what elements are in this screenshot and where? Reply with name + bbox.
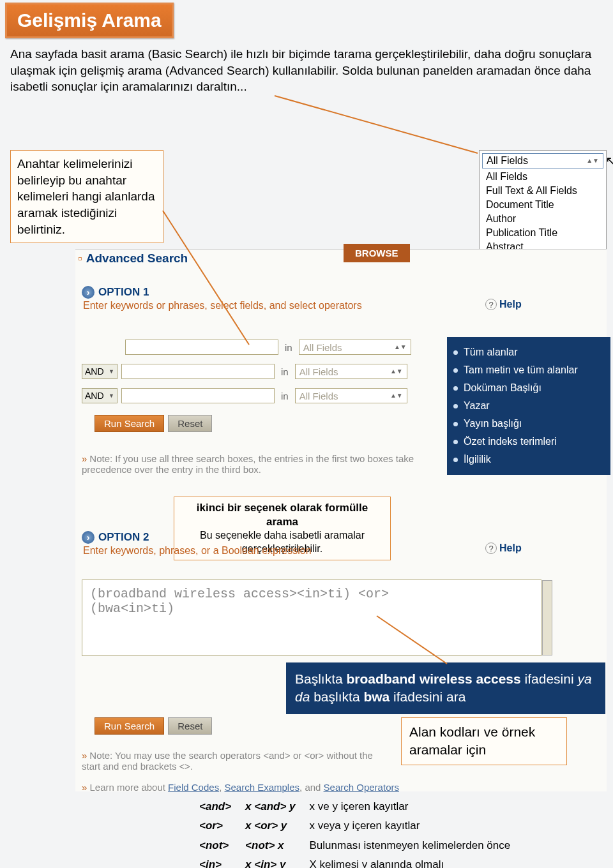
search-row-1: in All Fields▲▼ xyxy=(82,340,411,355)
spinner-icon: ▲▼ xyxy=(394,345,407,350)
option1-header: › OPTION 1 xyxy=(82,286,149,299)
option1-bullet-icon: › xyxy=(82,286,95,299)
spinner-icon: ▲▼ xyxy=(390,393,403,398)
callout-keywords: Anahtar kelimelerinizi belirleyip bu ana… xyxy=(10,150,163,243)
note-option2: »Note: You may use the search operators … xyxy=(82,750,375,772)
run-search-button[interactable]: Run Search xyxy=(95,415,164,432)
op-cell: <and> xyxy=(193,798,238,816)
cursor-icon: ↖ xyxy=(605,153,613,168)
dropdown-option[interactable]: All Fields xyxy=(480,170,606,184)
field-select-label: All Fields xyxy=(303,342,342,353)
advanced-search-label: Advanced Search xyxy=(86,251,188,265)
option1-label: OPTION 1 xyxy=(98,286,149,299)
callout-option2-title: ikinci bir seçenek olarak formülle arama xyxy=(197,502,368,528)
note-text: Note: If you use all three search boxes,… xyxy=(82,453,414,475)
chevron-down-icon: ▼ xyxy=(109,393,114,399)
button-row-1: Run Search Reset xyxy=(95,415,212,432)
in-label: in xyxy=(281,366,289,377)
page-title: Gelişmiş Arama xyxy=(5,3,174,38)
reset-button[interactable]: Reset xyxy=(168,717,212,735)
legend-item: İlgililik xyxy=(447,451,610,468)
dropdown-selected-label: All Fields xyxy=(487,155,528,167)
explain-b1: broadband wireless access xyxy=(347,671,521,686)
table-row: <and>x <and> yx ve y içeren kayıtlar xyxy=(193,798,517,816)
spinner-icon: ▲▼ xyxy=(390,369,403,374)
dropdown-selected[interactable]: All Fields ▲▼ xyxy=(482,153,603,168)
field-select-1[interactable]: All Fields▲▼ xyxy=(299,340,411,355)
dropdown-option[interactable]: Author xyxy=(480,212,606,226)
desc-cell: Bulunması istenmeyen kelimelerden önce xyxy=(303,837,517,855)
help-label: Help xyxy=(499,299,522,310)
advanced-search-heading: ▫Advanced Search xyxy=(75,249,190,268)
field-select-label: All Fields xyxy=(299,366,338,377)
legend-item: Tüm alanlar xyxy=(447,343,610,361)
ex-cell: x <in> y xyxy=(239,856,301,868)
keyword-input-3[interactable] xyxy=(121,388,275,403)
svg-line-0 xyxy=(275,96,478,153)
in-label: in xyxy=(285,342,292,353)
link-field-codes[interactable]: Field Codes xyxy=(168,782,219,793)
help-icon: ? xyxy=(485,542,497,554)
desc-cell: x veya y içeren kayıtlar xyxy=(303,817,517,835)
help-icon: ? xyxy=(485,299,497,310)
learn-more: » Learn more about Field Codes, Search E… xyxy=(82,782,399,793)
note-text: Note: You may use the search operators <… xyxy=(82,750,373,772)
legend-item: Doküman Başlığı xyxy=(447,379,610,397)
operator-select-2[interactable]: AND▼ xyxy=(82,388,117,403)
intro-text: Ana sayfada basit arama (Basic Search) i… xyxy=(10,46,598,95)
explain-panel: Başlıkta broadband wireless access ifade… xyxy=(286,662,605,714)
dropdown-option[interactable]: Document Title xyxy=(480,198,606,212)
run-search-button[interactable]: Run Search xyxy=(95,717,164,735)
operator-select-1[interactable]: AND▼ xyxy=(82,364,117,379)
tab-browse[interactable]: BROWSE xyxy=(344,244,410,262)
note-option1: »Note: If you use all three search boxes… xyxy=(82,453,439,475)
dropdown-option[interactable]: Full Text & All Fields xyxy=(480,184,606,198)
help-link[interactable]: ?Help xyxy=(485,542,522,554)
explain-post: ifadesini ara xyxy=(390,689,465,704)
ex-cell: x <or> y xyxy=(239,817,301,835)
option2-label: OPTION 2 xyxy=(98,531,149,544)
op-cell: <in> xyxy=(193,856,238,868)
operator-table: <and>x <and> yx ve y içeren kayıtlar <or… xyxy=(192,797,518,868)
scrollbar[interactable] xyxy=(542,580,552,655)
keyword-input-2[interactable] xyxy=(121,364,275,379)
table-row: <not><not> xBulunması istenmeyen kelimel… xyxy=(193,837,517,855)
field-select-3[interactable]: All Fields▲▼ xyxy=(295,388,407,403)
option1-subtitle: Enter keywords or phrases, select fields… xyxy=(83,300,362,311)
legend-item: Yazar xyxy=(447,397,610,415)
ex-cell: <not> x xyxy=(239,837,301,855)
field-legend-panel: Tüm alanlar Tam metin ve tüm alanlar Dok… xyxy=(447,337,610,475)
option2-bullet-icon: › xyxy=(82,531,95,544)
ex-cell: x <and> y xyxy=(239,798,301,816)
option2-subtitle: Enter keywords, phrases, or a Boolean ex… xyxy=(83,545,312,557)
operator-label: AND xyxy=(85,391,104,401)
operator-label: AND xyxy=(85,366,104,377)
link-search-examples[interactable]: Search Examples xyxy=(224,782,299,793)
keyword-input-1[interactable] xyxy=(125,340,278,355)
search-row-3: AND▼ in All Fields▲▼ xyxy=(82,388,407,403)
spinner-icon: ▲▼ xyxy=(586,158,599,163)
boolean-expr-text: (broadband wireless access><in>ti) <or> … xyxy=(90,587,389,616)
op-cell: <or> xyxy=(193,817,238,835)
legend-item: Tam metin ve tüm alanlar xyxy=(447,361,610,379)
callout-field-codes: Alan kodları ve örnek aramalar için xyxy=(401,717,567,765)
explain-mid: ifadesini xyxy=(521,671,578,686)
in-label: in xyxy=(281,391,289,401)
search-row-2: AND▼ in All Fields▲▼ xyxy=(82,364,407,379)
help-link[interactable]: ?Help xyxy=(485,299,522,310)
explain-mid2: başlıkta xyxy=(310,689,363,704)
legend-item: Özet indeks terimleri xyxy=(447,433,610,451)
reset-button[interactable]: Reset xyxy=(168,415,212,432)
dropdown-option[interactable]: Publication Title xyxy=(480,226,606,240)
explain-b2: bwa xyxy=(363,689,390,704)
op-cell: <not> xyxy=(193,837,238,855)
boolean-textarea[interactable]: (broadband wireless access><in>ti) <or> … xyxy=(82,580,541,656)
link-search-operators[interactable]: Search Operators xyxy=(324,782,399,793)
table-row: <or>x <or> yx veya y içeren kayıtlar xyxy=(193,817,517,835)
field-select-2[interactable]: All Fields▲▼ xyxy=(295,364,407,379)
option2-header: › OPTION 2 xyxy=(82,531,149,544)
learn-more-pre: Learn more about xyxy=(90,782,169,793)
help-label: Help xyxy=(499,542,522,553)
chevron-down-icon: ▼ xyxy=(109,368,114,375)
field-select-label: All Fields xyxy=(299,391,338,401)
